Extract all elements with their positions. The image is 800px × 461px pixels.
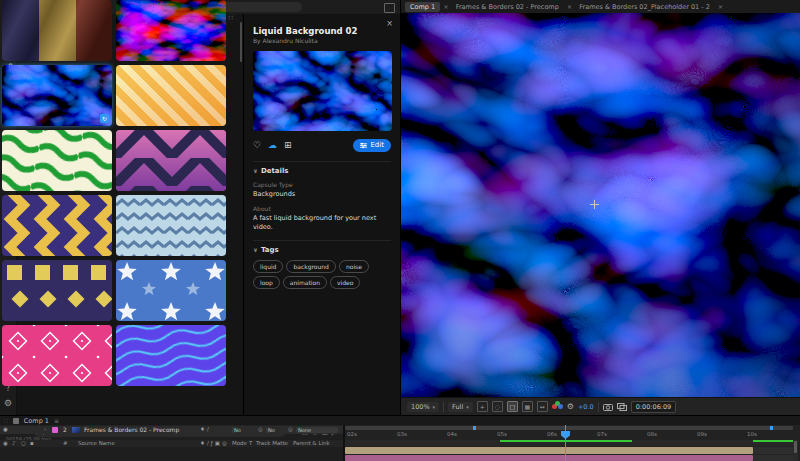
- grid-view-icon[interactable]: ∷: [229, 15, 233, 21]
- layer-eye-icon[interactable]: ◉: [3, 426, 8, 434]
- fast-previews-gear-icon[interactable]: ⚙: [567, 402, 574, 411]
- capsule-preview-image[interactable]: [253, 51, 392, 131]
- tab-close-icon[interactable]: ×: [443, 3, 448, 11]
- layer-name[interactable]: Frames & Borders 02 - Precomp: [84, 426, 179, 434]
- snapshot-camera-icon[interactable]: [603, 403, 613, 411]
- layer-anchor-crosshair[interactable]: [590, 200, 599, 209]
- tag-pill[interactable]: animation: [283, 276, 327, 289]
- work-area-marker[interactable]: [473, 426, 476, 430]
- add-to-project-icon[interactable]: ⊞: [284, 140, 292, 150]
- ruler-tick-label: 08s: [647, 431, 657, 437]
- edit-sliders-icon: [360, 142, 367, 149]
- layer-duration-bar-1[interactable]: [345, 447, 753, 454]
- capsule-thumbnail-stars-blue[interactable]: [116, 260, 226, 321]
- timeline-left-pane: 0:00:06:09 00159 (25.00 fps) ♦ ▣ ◎ ▦ ƒ ◉…: [0, 425, 343, 461]
- timeline-tab-label[interactable]: Comp 1: [24, 417, 49, 425]
- track-matte-dropdown[interactable]: No▾: [266, 427, 270, 433]
- grid-scrollbar[interactable]: [240, 22, 242, 62]
- source-name-column-header[interactable]: Source Name: [78, 440, 115, 447]
- track-matte-column-header[interactable]: Track Matte: [256, 440, 288, 447]
- transparency-grid-icon[interactable]: ▦: [522, 401, 533, 412]
- playhead-line[interactable]: [565, 425, 566, 461]
- caret-icon: ▾: [466, 404, 469, 410]
- timeline-panel: ∷ Comp 1 ≡ 0:00:06:09 00159 (25.00 fps) …: [0, 415, 800, 461]
- chevron-down-icon: ∨: [253, 246, 258, 253]
- capsule-thumbnail-zigzag-blue[interactable]: [116, 195, 226, 256]
- layer-duration-bar-2[interactable]: [345, 455, 753, 461]
- timeline-tab-bar: ∷ Comp 1 ≡: [0, 416, 800, 425]
- matte-pickwhip-icon[interactable]: ◎: [258, 426, 263, 434]
- about-value: A fast liquid background for your next v…: [253, 214, 391, 232]
- edit-button[interactable]: Edit: [353, 139, 391, 152]
- capsule-thumbnail-liquid-blue[interactable]: ↻: [2, 65, 112, 126]
- layer-expand-arrow[interactable]: ›: [44, 426, 46, 434]
- grid-guides-icon[interactable]: +: [477, 401, 488, 412]
- work-area-marker[interactable]: [770, 426, 773, 430]
- lock-column-icon: ▪: [30, 440, 34, 447]
- close-icon[interactable]: ×: [386, 19, 393, 28]
- blend-mode-dropdown[interactable]: No▾: [232, 427, 236, 433]
- time-ruler[interactable]: 02s03s04s05s06s07s08s09s10s: [345, 431, 800, 440]
- capsule-thumbnail-waves-green[interactable]: [2, 130, 112, 191]
- magnification-dropdown[interactable]: 100%▾: [407, 402, 439, 412]
- tag-pill[interactable]: video: [330, 276, 360, 289]
- parent-link-column-header[interactable]: Parent & Link: [293, 440, 330, 447]
- cached-frames-segment: [500, 440, 632, 442]
- work-area-bar[interactable]: [345, 426, 793, 430]
- layer-label-chip[interactable]: [52, 427, 58, 433]
- comp-color-chip: [13, 418, 19, 424]
- capsule-thumbnail-diamonds-pink[interactable]: [2, 325, 112, 386]
- details-section-header[interactable]: ∨Details: [253, 167, 391, 175]
- ruler-tick-label: 05s: [497, 431, 507, 437]
- timeline-layer-row[interactable]: ◉ › 2 Frames & Borders 02 - Precomp ♦/ N…: [0, 425, 343, 434]
- viewer-timecode[interactable]: 0:00:06:09: [631, 401, 677, 413]
- ruler-tick-label: 03s: [397, 431, 407, 437]
- tab-close-icon[interactable]: ×: [567, 3, 572, 11]
- settings-gear-icon[interactable]: ⚙: [0, 398, 16, 408]
- about-label: About: [253, 205, 391, 212]
- tags-section-header[interactable]: ∨Tags: [253, 246, 391, 254]
- viewer-tab[interactable]: Comp 1 ×: [405, 2, 449, 12]
- capsule-thumbnail-waves-purple[interactable]: [116, 325, 226, 386]
- audio-column-icon: ♪: [12, 440, 16, 447]
- exposure-value[interactable]: +0.0: [578, 403, 594, 411]
- tag-pill[interactable]: liquid: [253, 260, 283, 273]
- composition-canvas[interactable]: [401, 13, 800, 397]
- switches-column-icons: ♦/ƒ▣◎: [200, 440, 229, 447]
- capsule-thumbnail-chevron-pink[interactable]: [116, 130, 226, 191]
- chevron-down-icon: ∨: [253, 167, 258, 174]
- downloaded-cloud-icon[interactable]: ☁✓: [268, 140, 277, 150]
- ruler-tick-label: 07s: [597, 431, 607, 437]
- capsule-thumbnail-liquid-red-blue[interactable]: [116, 0, 226, 61]
- mask-visibility-icon[interactable]: ◌: [492, 401, 503, 412]
- tag-pill[interactable]: background: [286, 260, 336, 273]
- capsule-thumbnail-squares-diamonds[interactable]: [2, 260, 112, 321]
- tag-pill[interactable]: loop: [253, 276, 280, 289]
- show-snapshot-icon[interactable]: [617, 403, 627, 411]
- viewer-tab[interactable]: Frames & Borders 02 - Precomp ×: [451, 2, 573, 12]
- mode-column-header[interactable]: Mode: [232, 440, 247, 447]
- favorite-heart-icon[interactable]: ♡: [253, 140, 261, 150]
- show-channel-icon[interactable]: [552, 401, 563, 412]
- panel-grip-icon: ∷: [4, 417, 8, 424]
- capsule-thumbnail-zigzag-gold-navy[interactable]: [2, 195, 112, 256]
- resolution-dropdown[interactable]: Full▾: [448, 402, 473, 412]
- parent-pickwhip-icon[interactable]: ◎: [288, 426, 293, 434]
- capsule-thumbnail-stripes-gold[interactable]: [116, 65, 226, 126]
- tag-list: liquidbackgroundnoiseloopanimationvideo: [253, 260, 391, 289]
- region-of-interest-icon[interactable]: □: [507, 401, 518, 412]
- details-section: ∨Details Capsule Type Backgrounds About …: [253, 161, 391, 231]
- tab-close-icon[interactable]: ×: [718, 3, 723, 11]
- panel-menu-icon[interactable]: ≡: [54, 417, 59, 424]
- pixel-aspect-icon[interactable]: ↔: [537, 401, 548, 412]
- capsule-thumbnail-flag-romania[interactable]: [2, 0, 112, 61]
- viewer-tab[interactable]: Frames & Borders 02_Placeholder 01 - 2 ×: [574, 2, 723, 12]
- layer-switches[interactable]: ♦/: [200, 426, 211, 434]
- capsule-actions: ♡ ☁✓ ⊞ Edit: [253, 138, 391, 152]
- parent-link-dropdown[interactable]: None▾: [296, 427, 338, 433]
- canvas-vignette: [401, 13, 800, 397]
- lane-scrollbar[interactable]: [793, 440, 798, 461]
- ruler-tick-label: 04s: [447, 431, 457, 437]
- tag-pill[interactable]: noise: [339, 260, 369, 273]
- panel-options-icon[interactable]: [384, 3, 395, 13]
